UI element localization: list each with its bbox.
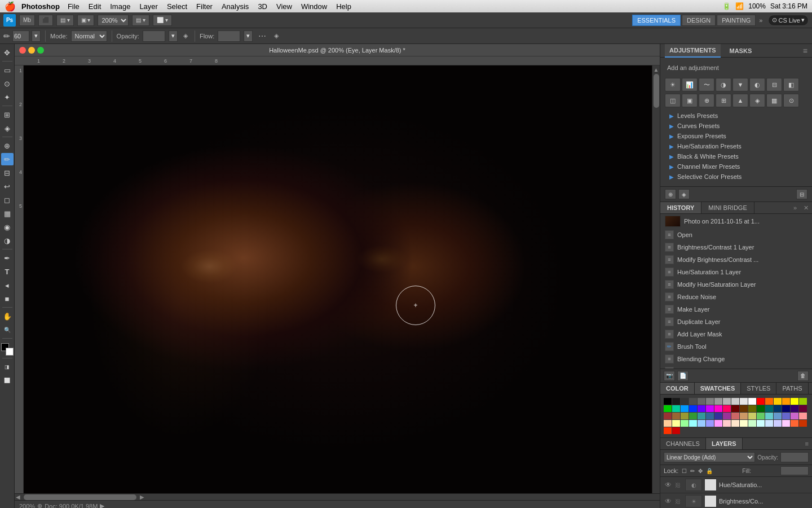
swatch-62[interactable] — [757, 420, 765, 427]
history-item-duplayer[interactable]: ≡ Duplicate Layer — [660, 316, 812, 328]
ps-btn1[interactable]: Mb — [19, 15, 35, 26]
ps-btn3[interactable]: ▤ ▾ — [56, 15, 74, 26]
clone-stamp-tool[interactable]: ⊟ — [1, 167, 14, 179]
swatch-63[interactable] — [765, 420, 773, 427]
eyedropper-tool[interactable]: ◈ — [1, 122, 14, 134]
pressure-icon[interactable]: ◈ — [181, 32, 190, 40]
menu-file[interactable]: File — [63, 0, 84, 12]
swatch-18[interactable] — [672, 405, 680, 412]
opacity-arrow[interactable]: ▾ — [169, 30, 178, 42]
canvas-content[interactable] — [24, 65, 652, 493]
swatch-14[interactable] — [782, 398, 790, 405]
zoom-tool[interactable]: 🔍 — [1, 323, 14, 336]
path-select-tool[interactable]: ◂ — [1, 279, 14, 291]
swatch-54[interactable] — [689, 420, 697, 427]
history-item-addmask[interactable]: ≡ Add Layer Mask — [660, 328, 812, 340]
swatch-57[interactable] — [714, 420, 722, 427]
workspace-essentials[interactable]: ESSENTIALS — [632, 15, 681, 26]
swatch-55[interactable] — [698, 420, 705, 427]
swatch-22[interactable] — [706, 405, 714, 412]
quick-mask-btn[interactable]: ◨ — [1, 361, 14, 373]
layer-item-brightness[interactable]: 👁 ⛓ ☀ Brightness/Co... — [660, 493, 812, 508]
swatch-6[interactable] — [714, 398, 722, 405]
swatch-56[interactable] — [706, 420, 714, 427]
swatch-59[interactable] — [731, 420, 739, 427]
adj-icon-selectivecolor[interactable]: ◈ — [749, 94, 765, 107]
history-item-open[interactable]: ≡ Open — [660, 229, 812, 241]
swatch-38[interactable] — [698, 413, 705, 419]
swatch-32[interactable] — [791, 405, 798, 412]
workspace-design[interactable]: DESIGN — [682, 15, 716, 26]
horizontal-scrollbar[interactable]: ◀ ▶ — [15, 493, 660, 500]
adj-icon-photofilter[interactable]: ◫ — [665, 94, 681, 107]
swatch-60[interactable] — [740, 420, 748, 427]
zoom-select[interactable]: 200%25%50%100%400% — [98, 15, 129, 26]
history-item-brush1[interactable]: ✏ Brush Tool — [660, 340, 812, 353]
menu-analysis[interactable]: Analysis — [217, 0, 253, 12]
adjustments-panel-close[interactable]: ≡ — [803, 46, 807, 55]
swatch-33[interactable] — [799, 405, 807, 412]
menu-view[interactable]: View — [272, 0, 297, 12]
history-item-hs2[interactable]: ≡ Modify Hue/Saturation Layer — [660, 278, 812, 291]
swatch-1[interactable] — [672, 398, 680, 405]
swatch-26[interactable] — [740, 405, 748, 412]
swatch-28[interactable] — [757, 405, 765, 412]
swatch-2[interactable] — [681, 398, 689, 405]
swatch-27[interactable] — [748, 405, 756, 412]
swatch-51[interactable] — [664, 420, 672, 427]
lock-image-icon[interactable]: ✏ — [690, 468, 695, 474]
swatch-53[interactable] — [681, 420, 689, 427]
rect-select-tool[interactable]: ▭ — [1, 64, 14, 76]
tab-adjustments[interactable]: ADJUSTMENTS — [665, 44, 721, 58]
ps-btn5[interactable]: ▤ ▾ — [132, 15, 149, 26]
swatch-16[interactable] — [799, 398, 807, 405]
swatch-11[interactable] — [757, 398, 765, 405]
ps-btn2[interactable]: ⬛ — [38, 15, 53, 26]
layer-item-huesat[interactable]: 👁 ⛓ ◐ Hue/Saturatio... — [660, 477, 812, 493]
swatch-21[interactable] — [698, 405, 705, 412]
history-new-snapshot[interactable]: 📷 — [664, 371, 675, 381]
layers-panel-close[interactable]: ≡ — [802, 440, 812, 447]
swatch-41[interactable] — [723, 413, 731, 419]
history-panel-arrow[interactable]: » — [790, 204, 800, 211]
vscroll-thumb[interactable] — [654, 74, 659, 108]
tab-layers[interactable]: LAYERS — [706, 438, 743, 449]
menu-image[interactable]: Image — [105, 0, 135, 12]
pen-pressure-icon[interactable]: ◈ — [272, 32, 281, 40]
adj-icon-bw[interactable]: ◧ — [783, 78, 799, 91]
swatch-17[interactable] — [664, 405, 672, 412]
brush-tool[interactable]: ✏ — [1, 153, 14, 165]
ps-btn4[interactable]: ▣ ▾ — [77, 15, 95, 26]
swatch-30[interactable] — [774, 405, 782, 412]
workspace-more[interactable]: » — [757, 17, 765, 24]
swatch-31[interactable] — [782, 405, 790, 412]
swatch-15[interactable] — [791, 398, 798, 405]
tab-channels[interactable]: CHANNELS — [660, 438, 706, 449]
swatch-67[interactable] — [799, 420, 807, 427]
swatch-20[interactable] — [689, 405, 697, 412]
window-minimize-btn[interactable] — [28, 47, 35, 54]
swatch-35[interactable] — [672, 413, 680, 419]
hscroll-left[interactable]: ◀ — [15, 494, 21, 500]
preset-levels[interactable]: ▶ Levels Presets — [665, 111, 807, 121]
preset-hue-sat[interactable]: ▶ Hue/Saturation Presets — [665, 141, 807, 151]
swatch-5[interactable] — [706, 398, 714, 405]
swatch-69[interactable] — [672, 427, 680, 434]
foreground-background-colors[interactable] — [1, 343, 14, 356]
swatch-24[interactable] — [723, 405, 731, 412]
swatch-61[interactable] — [748, 420, 756, 427]
lock-all-icon[interactable]: 🔒 — [706, 468, 713, 474]
history-item-blend1[interactable]: ≡ Blending Change — [660, 353, 812, 365]
adj-icon-threshold[interactable]: ▲ — [732, 94, 748, 107]
swatch-4[interactable] — [698, 398, 705, 405]
magic-wand-tool[interactable]: ✦ — [1, 91, 14, 103]
tab-swatches[interactable]: SWATCHES — [695, 383, 742, 394]
adj-icon-posterize[interactable]: ⊞ — [716, 94, 731, 107]
blur-tool[interactable]: ◉ — [1, 221, 14, 233]
menu-layer[interactable]: Layer — [135, 0, 162, 12]
swatch-58[interactable] — [723, 420, 731, 427]
menu-help[interactable]: Help — [332, 0, 356, 12]
crop-tool[interactable]: ⊞ — [1, 108, 14, 121]
swatch-42[interactable] — [731, 413, 739, 419]
tab-color[interactable]: COLOR — [660, 383, 695, 394]
